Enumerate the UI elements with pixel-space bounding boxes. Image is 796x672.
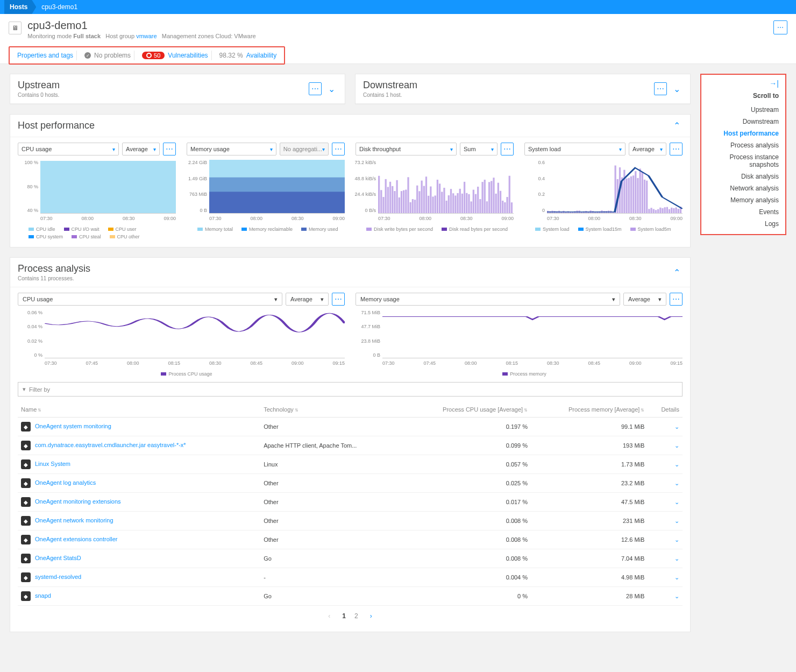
svg-rect-109: [648, 209, 650, 213]
properties-tags-link[interactable]: Properties and tags: [14, 51, 77, 60]
sidebar-item[interactable]: Network analysis: [708, 182, 779, 194]
table-row: ◆OneAgent log analytics Other 0.025 % 23…: [18, 474, 683, 493]
pagination: ‹ 12 ›: [18, 606, 683, 626]
col-mem[interactable]: Process memory [Average]⇅: [531, 402, 648, 418]
metric-select[interactable]: System load▾: [524, 143, 626, 155]
svg-rect-38: [454, 195, 456, 213]
sidebar-item[interactable]: Downstream: [708, 116, 779, 128]
svg-rect-28: [432, 196, 433, 213]
hostgroup-link[interactable]: vmware: [136, 33, 157, 39]
agg-select[interactable]: Average▾: [629, 143, 666, 155]
breadcrumb-current[interactable]: cpu3-demo1: [36, 3, 83, 11]
process-link[interactable]: OneAgent log analytics: [35, 479, 96, 486]
filter-input[interactable]: ▾ Filter by: [18, 382, 683, 397]
sidebar-item[interactable]: Disk analysis: [708, 171, 779, 182]
proc-mem-chart: 71.5 MiB47.7 MiB23.8 MiB0 B: [382, 310, 683, 358]
page-prev[interactable]: ‹: [328, 612, 330, 620]
process-link[interactable]: Linux System: [35, 461, 70, 467]
agg-select[interactable]: No aggregati...▾: [280, 143, 329, 155]
proc-cpu-chart: 0.06 %0.04 %0.02 %0 %: [45, 310, 345, 358]
downstream-more-button[interactable]: ⋯: [654, 82, 667, 95]
details-expand[interactable]: ⌄: [674, 499, 679, 505]
details-expand[interactable]: ⌄: [674, 593, 679, 599]
vulnerabilities-link[interactable]: 50Vulnerabilities: [139, 51, 212, 60]
header-more-button[interactable]: ⋯: [773, 20, 787, 34]
process-link[interactable]: OneAgent StatsD: [35, 555, 81, 561]
upstream-more-button[interactable]: ⋯: [309, 82, 322, 95]
sidebar-item[interactable]: Logs: [708, 218, 779, 230]
metric-select[interactable]: Memory usage▾: [187, 143, 276, 155]
process-icon: ◆: [21, 591, 31, 601]
svg-rect-50: [481, 182, 483, 213]
svg-rect-18: [410, 202, 411, 213]
svg-rect-62: [509, 176, 510, 213]
sidebar-item[interactable]: Events: [708, 206, 779, 218]
page-next[interactable]: ›: [370, 612, 372, 620]
svg-rect-58: [500, 191, 501, 213]
perf-chart: 100 %80 %40 %: [40, 160, 176, 214]
metric-select[interactable]: CPU usage▾: [18, 143, 119, 155]
svg-rect-0: [40, 161, 176, 213]
details-expand[interactable]: ⌄: [674, 536, 679, 543]
details-expand[interactable]: ⌄: [674, 461, 679, 468]
proc-cpu-metric-select[interactable]: CPU usage▾: [18, 293, 282, 306]
sidebar-item[interactable]: Memory analysis: [708, 194, 779, 206]
svg-rect-22: [418, 191, 420, 213]
page-number[interactable]: 2: [354, 612, 358, 620]
sidebar-item[interactable]: Process instance snapshots: [708, 151, 779, 171]
details-expand[interactable]: ⌄: [674, 555, 679, 562]
process-link[interactable]: systemd-resolved: [35, 574, 81, 580]
host-performance-collapse-button[interactable]: ⌃: [671, 121, 683, 131]
proc-mem-agg-select[interactable]: Average▾: [623, 293, 666, 306]
svg-rect-59: [502, 201, 503, 213]
col-name[interactable]: Name⇅: [18, 402, 260, 418]
agg-select[interactable]: Average▾: [122, 143, 160, 155]
scroll-sidebar: →| Scroll to UpstreamDownstreamHost perf…: [700, 74, 786, 235]
availability-link[interactable]: 98.32 %Availability: [216, 51, 280, 60]
col-cpu[interactable]: Process CPU usage [Average]⇅: [401, 402, 531, 418]
process-link[interactable]: OneAgent system monitoring: [35, 423, 111, 429]
page-number[interactable]: 1: [342, 612, 346, 620]
process-icon: ◆: [21, 535, 31, 544]
metric-select[interactable]: Disk throughput▾: [356, 143, 457, 155]
proc-cpu-agg-select[interactable]: Average▾: [286, 293, 329, 306]
proc-cpu-more-button[interactable]: ⋯: [332, 293, 345, 306]
sidebar-item[interactable]: Process analysis: [708, 139, 779, 151]
downstream-expand-button[interactable]: ⌄: [671, 84, 683, 94]
agg-select[interactable]: Sum▾: [460, 143, 497, 155]
chart-more-button[interactable]: ⋯: [501, 143, 514, 155]
svg-rect-25: [425, 176, 427, 213]
proc-mem-more-button[interactable]: ⋯: [670, 293, 683, 306]
check-icon: ✓: [84, 52, 91, 59]
chart-more-button[interactable]: ⋯: [670, 143, 683, 155]
svg-rect-44: [468, 194, 470, 213]
svg-rect-49: [479, 199, 481, 213]
chart-more-button[interactable]: ⋯: [332, 143, 345, 155]
svg-rect-51: [484, 180, 486, 213]
details-expand[interactable]: ⌄: [674, 518, 679, 524]
details-expand[interactable]: ⌄: [674, 442, 679, 449]
process-link[interactable]: snapd: [35, 592, 51, 599]
svg-rect-116: [664, 207, 666, 213]
col-tech[interactable]: Technology⇅: [260, 402, 401, 418]
sidebar-collapse-button[interactable]: →|: [708, 79, 779, 88]
process-link[interactable]: OneAgent extensions controller: [35, 536, 117, 542]
svg-rect-63: [511, 202, 513, 213]
proc-mem-metric-select[interactable]: Memory usage▾: [356, 293, 620, 306]
process-link[interactable]: com.dynatrace.easytravel.cmdlauncher.jar…: [35, 442, 186, 448]
upstream-expand-button[interactable]: ⌄: [326, 84, 337, 94]
process-link[interactable]: OneAgent network monitoring: [35, 517, 113, 524]
chart-more-button[interactable]: ⋯: [163, 143, 176, 155]
process-link[interactable]: OneAgent monitoring extensions: [35, 498, 121, 505]
problems-status[interactable]: ✓No problems: [81, 51, 134, 60]
svg-rect-20: [414, 200, 416, 213]
details-expand[interactable]: ⌄: [674, 574, 679, 581]
details-expand[interactable]: ⌄: [674, 423, 679, 430]
process-analysis-collapse-button[interactable]: ⌃: [671, 267, 683, 278]
sidebar-item[interactable]: Host performance: [708, 128, 779, 139]
tagbar: Properties and tags ✓No problems 50Vulne…: [9, 46, 285, 65]
details-expand[interactable]: ⌄: [674, 480, 679, 486]
sidebar-item[interactable]: Upstream: [708, 104, 779, 116]
host-icon: 🖥: [9, 22, 22, 34]
breadcrumb-root[interactable]: Hosts: [4, 0, 36, 14]
